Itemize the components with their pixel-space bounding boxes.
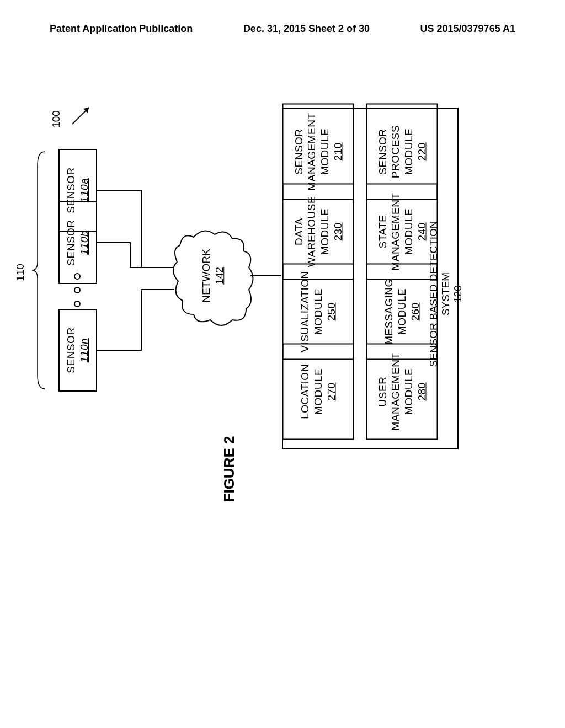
module-210-l1: SENSOR	[292, 129, 305, 174]
page-header: Patent Application Publication Dec. 31, …	[0, 23, 565, 35]
module-210-l2: MANAGEMENT	[305, 113, 318, 190]
header-left: Patent Application Publication	[50, 23, 193, 35]
module-230-l2: WAREHOUSE	[305, 196, 318, 267]
sensor-b-label: SENSOR	[65, 220, 78, 265]
module-230-l3: MODULE	[318, 208, 332, 255]
network-ref: 142	[213, 249, 226, 302]
module-250-l1: VISUALIZATION	[299, 271, 312, 352]
module-270-ref: 270	[324, 382, 338, 400]
module-240-l2: MANAGEMENT	[389, 192, 402, 270]
module-260-ref: 260	[408, 302, 422, 320]
module-250-ref: 250	[324, 302, 338, 320]
module-210-ref: 210	[331, 142, 344, 160]
network-cloud: NETWORK 142	[172, 223, 254, 328]
sensor-n-label: SENSOR	[65, 327, 78, 373]
module-260-l1: MESSAGING	[382, 279, 396, 345]
module-220-l3: MODULE	[402, 129, 415, 175]
module-240-l1: STATE	[376, 215, 389, 249]
header-center: Dec. 31, 2015 Sheet 2 of 30	[243, 23, 370, 35]
module-240-l3: MODULE	[402, 208, 415, 255]
module-250-l2: MODULE	[312, 288, 325, 335]
module-240-ref: 240	[415, 222, 428, 240]
header-right: US 2015/0379765 A1	[420, 23, 515, 35]
arrow-100	[70, 102, 97, 130]
module-280: USER MANAGEMENT MODULE 280	[366, 344, 438, 440]
system-ref: 120	[452, 211, 464, 377]
sensor-brace	[31, 149, 47, 392]
ellipsis-dot	[74, 287, 81, 293]
module-280-l3: MODULE	[402, 368, 415, 415]
ellipsis-dot	[74, 273, 81, 280]
module-260-l2: MODULE	[396, 288, 409, 335]
sensor-b-box: SENSOR 110b	[58, 201, 97, 284]
ref-100: 100	[50, 110, 62, 128]
module-270: LOCATION MODULE 270	[282, 344, 354, 440]
module-280-ref: 280	[415, 382, 428, 400]
module-220-l2: PROCESS	[389, 125, 402, 178]
module-230-ref: 230	[331, 222, 344, 240]
module-280-l1: USER	[376, 377, 389, 407]
module-210-l3: MODULE	[318, 129, 332, 175]
sensor-n-ref: 110n	[78, 338, 91, 362]
network-label: NETWORK	[200, 249, 213, 302]
module-220-l1: SENSOR	[376, 129, 389, 174]
module-280-l2: MANAGEMENT	[389, 352, 402, 430]
sensor-n-box: SENSOR 110n	[58, 309, 97, 392]
diagram: 100 SENSOR 110a SENSOR 110b SENSOR 110n …	[53, 85, 511, 620]
module-230-l1: DATA	[292, 218, 305, 245]
ellipsis-dot	[74, 301, 81, 307]
connector-network-system	[250, 273, 284, 279]
module-220-ref: 220	[415, 142, 428, 160]
module-270-l2: MODULE	[312, 368, 325, 415]
module-270-l1: LOCATION	[299, 364, 312, 419]
figure-label: FIGURE 2	[221, 436, 238, 502]
network-text: NETWORK 142	[200, 249, 226, 302]
sensor-b-ref: 110b	[78, 231, 91, 255]
ref-110: 110	[14, 264, 26, 281]
sensor-a-ref: 110a	[78, 178, 91, 202]
